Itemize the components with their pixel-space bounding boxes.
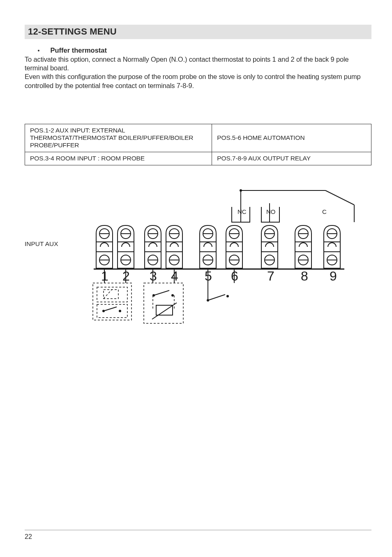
svg-rect-48 xyxy=(324,242,340,252)
svg-rect-33 xyxy=(226,242,242,252)
cell-pos-1-2: POS.1-2 AUX INPUT: EXTERNAL THERMOSTAT/T… xyxy=(25,124,212,152)
section-title-bar: 12-SETTINGS MENU xyxy=(25,25,371,39)
svg-rect-8 xyxy=(96,242,113,252)
footer-divider xyxy=(25,529,371,531)
cell-pos-5-6: POS.5-6 HOME AUTOMATION xyxy=(212,124,371,152)
svg-point-75 xyxy=(226,295,229,297)
bullet-row: Puffer thermostat xyxy=(25,46,371,54)
svg-rect-64 xyxy=(144,283,183,323)
diagram-side-label: INPUT AUX xyxy=(25,240,92,248)
page-number: 22 xyxy=(25,533,371,541)
cell-pos-7-8-9: POS.7-8-9 AUX OUTPUT RELAY xyxy=(212,152,371,165)
terminal-num-9: 9 xyxy=(330,269,337,283)
cell-pos-3-4: POS.3-4 ROOM INPUT : ROOM PROBE xyxy=(25,152,212,165)
svg-rect-58 xyxy=(97,304,127,318)
svg-rect-38 xyxy=(261,242,278,252)
table-row: POS.1-2 AUX INPUT: EXTERNAL THERMOSTAT/T… xyxy=(25,124,371,152)
svg-rect-13 xyxy=(118,242,134,252)
svg-rect-43 xyxy=(295,242,311,252)
svg-rect-28 xyxy=(200,242,216,252)
svg-line-57 xyxy=(104,290,112,299)
table-row: POS.3-4 ROOM INPUT : ROOM PROBE POS.7-8-… xyxy=(25,152,371,165)
diagram-wrap: INPUT AUX .stk { stroke:#1a1a1a; stroke-… xyxy=(25,181,371,325)
label-nc: NC xyxy=(238,208,247,215)
terminal-num-8: 8 xyxy=(301,269,308,283)
paragraph-1: To activate this option, connect a Norma… xyxy=(25,55,371,72)
svg-line-61 xyxy=(104,307,117,311)
svg-line-76 xyxy=(208,295,225,300)
svg-rect-18 xyxy=(145,242,161,252)
svg-point-66 xyxy=(171,294,174,297)
svg-line-1 xyxy=(325,190,354,205)
svg-rect-56 xyxy=(104,290,118,299)
label-c: C xyxy=(322,208,327,215)
page-footer: 22 xyxy=(25,529,371,541)
paragraph-2: Even with this configuration the purpose… xyxy=(25,72,371,90)
svg-point-60 xyxy=(119,310,121,312)
terminal-diagram: .stk { stroke:#1a1a1a; stroke-width:2; f… xyxy=(92,181,371,325)
positions-table: POS.1-2 AUX INPUT: EXTERNAL THERMOSTAT/T… xyxy=(25,124,371,165)
svg-rect-54 xyxy=(93,283,131,320)
section-title: 12-SETTINGS MENU xyxy=(28,26,368,37)
label-no: NO xyxy=(266,208,276,215)
bullet-label: Puffer thermostat xyxy=(50,46,107,54)
terminal-num-7: 7 xyxy=(267,269,274,283)
svg-rect-23 xyxy=(166,242,182,252)
svg-line-67 xyxy=(154,290,169,295)
bullet-dot-icon xyxy=(38,50,39,51)
